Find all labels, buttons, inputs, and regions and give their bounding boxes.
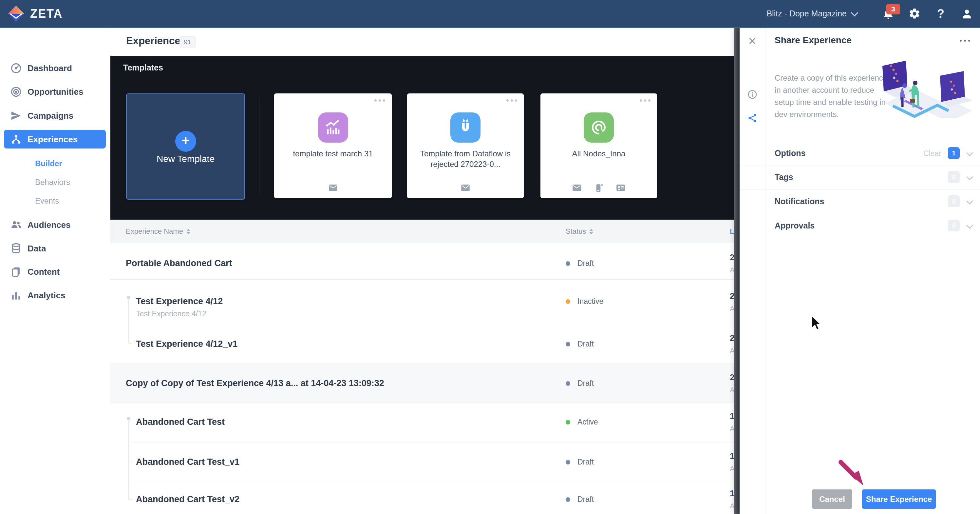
section-approvals[interactable]: Approvals 0 — [740, 214, 980, 238]
card-menu-icon[interactable] — [640, 99, 651, 102]
experience-count-badge: 91 — [180, 37, 196, 48]
template-card[interactable]: All Nodes_Inna — [541, 93, 657, 198]
user-icon — [961, 8, 973, 20]
magnet-icon — [450, 112, 480, 143]
section-notifications[interactable]: Notifications 0 — [740, 190, 980, 214]
database-icon — [10, 242, 22, 255]
chevron-down-icon — [966, 222, 973, 229]
status-dot — [566, 261, 570, 266]
zeta-logo-icon — [7, 5, 25, 22]
chart-icon — [318, 112, 348, 143]
template-title: Template from Dataflow is rejected 27022… — [415, 148, 516, 169]
help-icon: ? — [937, 7, 944, 21]
chevron-down-icon — [851, 9, 859, 16]
sidebar-item-label: Content — [27, 267, 60, 277]
experience-name: Test Experience 4/12_v1 — [136, 339, 237, 349]
plus-circle: + — [175, 131, 196, 152]
status-badge: Draft — [566, 379, 594, 388]
sidebar-subitem-behaviors[interactable]: Behaviors — [35, 178, 70, 187]
share-experience-button[interactable]: Share Experience — [862, 489, 936, 509]
flow-icon — [10, 133, 22, 145]
section-label: Approvals — [775, 221, 815, 230]
new-template-card[interactable]: + New Template — [126, 93, 245, 200]
count-badge: 0 — [948, 220, 960, 231]
spiral-icon — [584, 112, 614, 143]
chevron-down-icon — [966, 173, 973, 180]
help-button[interactable]: ? — [934, 6, 948, 21]
template-card[interactable]: Template from Dataflow is rejected 27022… — [407, 93, 524, 198]
section-label: Options — [775, 148, 805, 158]
settings-button[interactable] — [907, 6, 922, 21]
sidebar-item-data[interactable]: Data — [0, 239, 110, 258]
templates-divider — [259, 98, 259, 194]
chevron-down-icon — [966, 198, 973, 204]
panel-header: Share Experience — [740, 27, 980, 54]
chevron-down-icon — [966, 150, 973, 156]
email-icon — [460, 182, 471, 193]
top-navbar: ZETA Blitz - Dope Magazine 3 ? — [0, 0, 980, 28]
gear-icon — [908, 8, 921, 20]
sidebar-item-dashboard[interactable]: Dashboard — [0, 59, 110, 77]
sidebar: Dashboard Opportunities Campaigns Experi… — [0, 27, 110, 514]
cancel-button[interactable]: Cancel — [812, 489, 852, 509]
mobile-icon — [593, 183, 604, 193]
status-dot — [566, 381, 570, 386]
sidebar-item-label: Campaigns — [27, 111, 73, 121]
sidebar-item-label: Audiences — [27, 220, 71, 230]
column-header-experience-name[interactable]: Experience Name — [126, 220, 190, 243]
sidebar-item-audiences[interactable]: Audiences — [0, 216, 110, 234]
target-icon — [10, 86, 22, 98]
plus-icon: + — [181, 133, 190, 148]
count-badge: 1 — [948, 147, 960, 159]
notifications-button[interactable]: 3 — [881, 6, 896, 21]
template-card[interactable]: template test march 31 — [274, 93, 392, 198]
sidebar-item-campaigns[interactable]: Campaigns — [0, 107, 110, 125]
panel-menu-icon[interactable] — [960, 40, 970, 42]
status-badge: Inactive — [566, 297, 603, 306]
experience-name: Copy of Copy of Test Experience 4/13 a..… — [126, 378, 384, 388]
email-icon — [328, 182, 339, 193]
page-title: Experiences — [126, 35, 186, 47]
status-badge: Draft — [566, 458, 594, 466]
sort-icon — [186, 229, 190, 235]
sidebar-subitem-events[interactable]: Events — [35, 196, 59, 206]
section-options[interactable]: Options Clear 1 — [740, 141, 980, 166]
clear-button[interactable]: Clear — [923, 149, 941, 158]
status-dot — [566, 420, 570, 425]
sidebar-item-label: Dashboard — [27, 63, 72, 73]
sidebar-item-analytics[interactable]: Analytics — [0, 286, 110, 305]
section-label: Tags — [775, 172, 793, 182]
section-label: Notifications — [775, 197, 824, 206]
sidebar-item-opportunities[interactable]: Opportunities — [0, 83, 110, 101]
brand-name: ZETA — [30, 7, 62, 21]
sidebar-item-label: Experiences — [27, 134, 78, 145]
sidebar-item-content[interactable]: Content — [0, 263, 110, 281]
pages-icon — [10, 265, 22, 278]
share-illustration — [873, 60, 972, 118]
user-menu-button[interactable] — [960, 6, 974, 21]
info-icon[interactable] — [747, 89, 757, 100]
section-tags[interactable]: Tags 0 — [740, 165, 980, 190]
experience-name: Abandoned Cart Test_v2 — [136, 494, 239, 504]
brand[interactable]: ZETA — [7, 5, 62, 22]
scrollbar[interactable] — [734, 27, 740, 514]
new-template-label: New Template — [127, 154, 244, 164]
experience-name: Abandoned Cart Test_v1 — [136, 457, 239, 467]
account-switcher[interactable]: Blitz - Dope Magazine — [767, 9, 857, 18]
column-header-status[interactable]: Status — [566, 220, 593, 243]
status-badge: Draft — [566, 495, 594, 504]
templates-label: Templates — [123, 63, 163, 72]
share-icon[interactable] — [747, 113, 757, 123]
sidebar-subitem-builder[interactable]: Builder — [35, 159, 62, 168]
status-dot — [566, 342, 570, 346]
sidebar-item-label: Analytics — [27, 291, 65, 301]
status-badge: Draft — [566, 259, 594, 268]
sidebar-item-experiences[interactable]: Experiences — [0, 130, 110, 148]
sidebar-item-label: Data — [27, 244, 46, 254]
panel-rail — [740, 27, 765, 514]
card-menu-icon[interactable] — [374, 99, 385, 102]
template-title: template test march 31 — [282, 148, 384, 159]
panel-description: Create a copy of this experience in anot… — [775, 72, 888, 120]
account-name: Blitz - Dope Magazine — [767, 9, 847, 18]
card-menu-icon[interactable] — [506, 99, 517, 102]
